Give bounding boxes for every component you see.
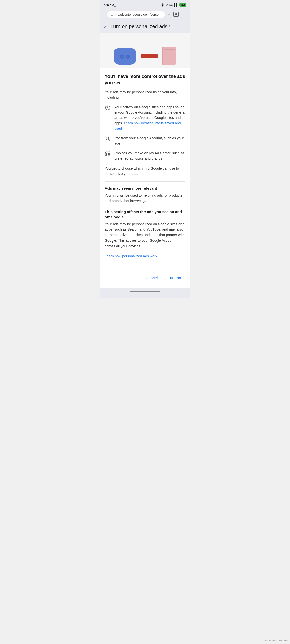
svg-rect-3 xyxy=(108,152,110,153)
feature-account-text: Info from your Google Account, such as y… xyxy=(114,136,185,146)
svg-point-5 xyxy=(108,154,110,156)
close-dialog-button[interactable]: × xyxy=(104,24,107,29)
section1-text: Your info will be used to help find ads … xyxy=(105,193,185,204)
battery-indicator: 75+ xyxy=(179,3,186,7)
content-body: You'll have more control over the ads yo… xyxy=(100,68,190,271)
feature-item-choices: Choices you make on My Ad Center, such a… xyxy=(105,151,185,161)
vibrate-icon: 📳 xyxy=(161,3,164,7)
new-tab-button[interactable]: + xyxy=(167,11,172,18)
status-time: 5:47 >_ xyxy=(104,3,116,7)
intro-text: Your ads may be personalized using your … xyxy=(105,90,185,100)
dialog-title: Turn on personalized ads? xyxy=(110,24,170,29)
section1-heading: Ads may seem more relevant xyxy=(105,186,185,191)
hero-illustration xyxy=(100,33,190,68)
red-item-illustration xyxy=(141,54,158,58)
wifi-icon: ◎ xyxy=(166,3,168,7)
home-button[interactable]: ⌂ xyxy=(103,12,105,17)
browser-chrome: ⌂ ⊙ myadcenter.google.com/perso + 6 ⋮ xyxy=(100,9,190,20)
turn-on-button[interactable]: Turn on xyxy=(164,273,185,283)
main-heading: You'll have more control over the ads yo… xyxy=(105,73,185,86)
address-bar-security-icon: ⊙ xyxy=(111,13,113,16)
feature-item-account: Info from your Google Account, such as y… xyxy=(105,136,185,146)
history-icon xyxy=(105,105,111,111)
nav-bar xyxy=(100,288,190,298)
controller-illustration xyxy=(114,48,136,65)
section2-heading: This setting affects the ads you see on … xyxy=(105,209,185,220)
svg-rect-2 xyxy=(106,152,107,153)
feature-choices-text: Choices you make on My Ad Center, such a… xyxy=(114,151,185,161)
address-text: myadcenter.google.com/perso xyxy=(115,13,159,16)
action-buttons: Cancel Turn on xyxy=(100,271,190,288)
signal-5g: 5G xyxy=(169,3,173,6)
person-icon xyxy=(105,136,111,142)
cancel-button[interactable]: Cancel xyxy=(141,273,162,283)
controller-button-right xyxy=(126,55,130,59)
browser-menu-button[interactable]: ⋮ xyxy=(181,11,187,18)
svg-point-1 xyxy=(107,137,108,139)
status-icons: 📳 ◎ 5G ▌▌ 75+ xyxy=(161,3,186,7)
signal-bars: ▌▌ xyxy=(174,3,178,6)
section2-text: Your ads may be personalized on Google s… xyxy=(105,222,185,249)
feature-item-activity: Your activity on Google sites and apps s… xyxy=(105,105,185,131)
feature-activity-text: Your activity on Google sites and apps s… xyxy=(114,105,185,131)
dialog-content: You'll have more control over the ads yo… xyxy=(100,33,190,288)
section-divider-1 xyxy=(105,181,185,182)
tab-count-button[interactable]: 6 xyxy=(173,12,179,17)
ad-settings-icon xyxy=(105,151,111,157)
dialog-header: × Turn on personalized ads? xyxy=(100,20,190,33)
nav-home-indicator xyxy=(130,291,160,292)
time-display: 5:47 xyxy=(104,3,111,7)
controller-button-left xyxy=(120,55,124,59)
address-bar[interactable]: ⊙ myadcenter.google.com/perso xyxy=(107,11,165,18)
feature-list: Your activity on Google sites and apps s… xyxy=(105,105,185,161)
cursor-indicator: >_ xyxy=(112,3,116,7)
learn-more-link[interactable]: Learn how personalized ads work xyxy=(105,254,157,258)
location-info-link[interactable]: Learn how location info is saved and use… xyxy=(114,121,181,130)
status-bar: 5:47 >_ 📳 ◎ 5G ▌▌ 75+ xyxy=(100,0,190,9)
choice-text: You get to choose which info Google can … xyxy=(105,166,185,176)
book-illustration xyxy=(163,47,176,65)
